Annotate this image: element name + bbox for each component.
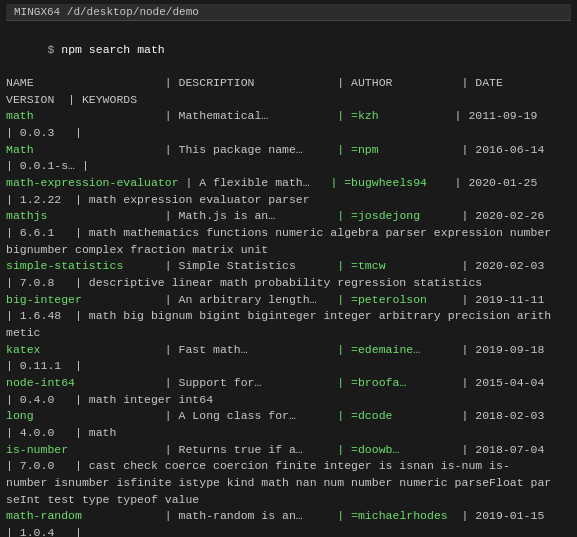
pkg-katex-line1: katex | Fast math… | =edemaine… | 2019-0… bbox=[6, 342, 571, 359]
pkg-mee-line1: math-expression-evaluator | A flexible m… bbox=[6, 175, 571, 192]
terminal-output: $ npm search math NAME | DESCRIPTION | A… bbox=[6, 25, 571, 537]
pkg-mathjs-line1: mathjs | Math.js is an… | =josdejong | 2… bbox=[6, 208, 571, 225]
pkg-mathjs-line2: | 6.6.1 | math mathematics functions num… bbox=[6, 225, 571, 242]
prompt-symbol: $ bbox=[47, 43, 61, 56]
terminal-window: MINGX64 /d/desktop/node/demo $ npm searc… bbox=[0, 0, 577, 537]
pkg-isn-line1: is-number | Returns true if a… | =doowb…… bbox=[6, 442, 571, 459]
prompt-line: $ npm search math bbox=[6, 25, 571, 75]
pkg-Math-line1: Math | This package name… | =npm | 2016-… bbox=[6, 142, 571, 159]
pkg-Math-line2: | 0.0.1-s… | bbox=[6, 158, 571, 175]
subheader-line: VERSION | KEYWORDS bbox=[6, 92, 571, 109]
title-text: MINGX64 /d/desktop/node/demo bbox=[14, 6, 199, 18]
pkg-isn-line2: | 7.0.0 | cast check coerce coercion fin… bbox=[6, 458, 571, 475]
title-bar: MINGX64 /d/desktop/node/demo bbox=[6, 4, 571, 21]
pkg-mr-line2: | 1.0.4 | bbox=[6, 525, 571, 537]
pkg-bi-line2: | 1.6.48 | math big bignum bigint bigint… bbox=[6, 308, 571, 325]
pkg-mr-line1: math-random | math-random is an… | =mich… bbox=[6, 508, 571, 525]
pkg-long-line1: long | A Long class for… | =dcode | 2018… bbox=[6, 408, 571, 425]
pkg-bi-line3: metic bbox=[6, 325, 571, 342]
pkg-mathjs-line3: bignumber complex fraction matrix unit bbox=[6, 242, 571, 259]
pkg-ni64-line1: node-int64 | Support for… | =broofa… | 2… bbox=[6, 375, 571, 392]
pkg-ni64-line2: | 0.4.0 | math integer int64 bbox=[6, 392, 571, 409]
pkg-mee-line2: | 1.2.22 | math expression evaluator par… bbox=[6, 192, 571, 209]
command-text: npm search math bbox=[61, 43, 165, 56]
pkg-katex-line2: | 0.11.1 | bbox=[6, 358, 571, 375]
header-line: NAME | DESCRIPTION | AUTHOR | DATE bbox=[6, 75, 571, 92]
pkg-long-line2: | 4.0.0 | math bbox=[6, 425, 571, 442]
pkg-ss-line2: | 7.0.8 | descriptive linear math probab… bbox=[6, 275, 571, 292]
pkg-math-line1: math | Mathematical… | =kzh | 2011-09-19 bbox=[6, 108, 571, 125]
pkg-isn-line4: seInt test type typeof value bbox=[6, 492, 571, 509]
pkg-math-line2: | 0.0.3 | bbox=[6, 125, 571, 142]
pkg-isn-line3: number isnumber isfinite istype kind mat… bbox=[6, 475, 571, 492]
pkg-ss-line1: simple-statistics | Simple Statistics | … bbox=[6, 258, 571, 275]
pkg-bi-line1: big-integer | An arbitrary length… | =pe… bbox=[6, 292, 571, 309]
